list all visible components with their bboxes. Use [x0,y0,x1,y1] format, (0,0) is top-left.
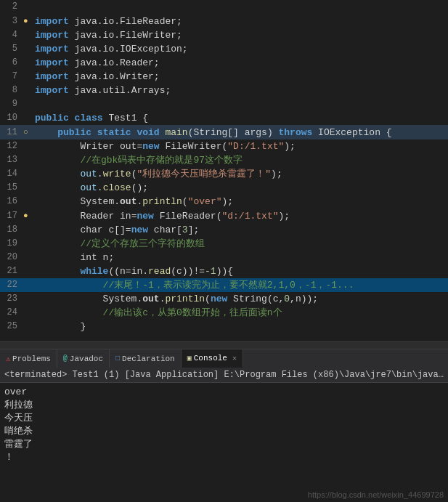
line-gutter: ○ [23,125,35,139]
code-line: 17● Reader in=new FileReader("d:/1.txt")… [0,209,448,223]
breakpoint-icon[interactable]: ○ [23,128,28,137]
console-area: <terminated> Test1 (1) [Java Application… [0,368,448,502]
line-number: 14 [0,167,23,181]
console-line: 利拉德 [4,399,444,412]
code-line: 23 System.out.println(new String(c,0,n))… [0,292,448,306]
line-content: //定义个存放三个字符的数组 [35,237,205,251]
line-number: 17 [0,209,23,223]
code-line: 14 out.write("利拉德今天压哨绝杀雷霆了！"); [0,167,448,181]
code-line: 5import java.io.IOException; [0,42,448,56]
code-line: 25 } [0,320,448,333]
code-line: 9 [0,97,448,111]
line-content: out.close(); [35,181,148,195]
code-line: 19 //定义个存放三个字符的数组 [0,237,448,251]
line-number: 13 [0,153,23,167]
line-content: //在gbk码表中存储的就是97这个数字 [35,153,243,167]
console-tab-close[interactable]: ✕ [232,354,237,363]
line-number: 12 [0,139,23,153]
line-content: import java.io.IOException; [35,42,188,56]
code-line: 3●import java.io.FileReader; [0,14,448,28]
line-number: 4 [0,28,23,42]
code-line: 7import java.io.Writer; [0,70,448,84]
code-line: 21 while((n=in.read(c))!=-1)){ [0,264,448,278]
line-content: while((n=in.read(c))!=-1)){ [35,264,233,278]
tab-declaration[interactable]: □Declaration [110,349,182,368]
javadoc-tab-icon: @ [63,355,68,363]
code-line: 12 Writer out=new FileWriter("D:/1.txt")… [0,139,448,153]
tab-console[interactable]: ▣Console✕ [182,349,243,368]
line-number: 2 [0,0,23,14]
line-number: 23 [0,292,23,306]
line-gutter: ● [23,14,35,28]
line-number: 21 [0,264,23,278]
code-line: 20 int n; [0,251,448,264]
line-content: } [35,320,86,333]
console-line: over [4,386,444,399]
line-number: 3 [0,15,23,28]
code-line: 15 out.close(); [0,181,448,195]
line-number: 24 [0,306,23,320]
tab-javadoc[interactable]: @Javadoc [57,349,110,368]
code-line: 11○ public static void main(String[] arg… [0,125,448,139]
console-header: <terminated> Test1 (1) [Java Application… [0,368,448,383]
code-lines: 23●import java.io.FileReader;4import jav… [0,0,448,341]
line-number: 18 [0,223,23,237]
line-content: out.write("利拉德今天压哨绝杀雷霆了！"); [35,167,282,181]
line-content: //末尾！-1，表示读完为止，要不然就2,1,0，-1，-1... [35,278,354,292]
line-content: import java.util.Arrays; [35,84,171,97]
code-line: 6import java.io.Reader; [0,56,448,70]
line-content: import java.io.Writer; [35,70,160,84]
console-tab-icon: ▣ [187,354,192,363]
line-number: 22 [0,278,23,292]
line-number: 11 [0,126,23,139]
console-line: 今天压 [4,412,444,425]
line-number: 8 [0,84,23,97]
code-line: 8import java.util.Arrays; [0,84,448,97]
console-output: over利拉德今天压哨绝杀雷霆了！ [0,383,448,502]
javadoc-tab-label: Javadoc [70,355,103,363]
line-number: 25 [0,320,23,333]
tab-bar: ⚠Problems@Javadoc□Declaration▣Console✕ [0,349,448,368]
breakpoint-icon[interactable]: ● [23,211,28,220]
line-content: Writer out=new FileWriter("D:/1.txt"); [35,139,296,153]
line-content: System.out.println("over"); [35,195,233,209]
code-line: 24 //输出该c，从第0数组开始，往后面读n个 [0,306,448,320]
declaration-tab-label: Declaration [122,355,175,363]
line-number: 9 [0,97,23,111]
code-line: 13 //在gbk码表中存储的就是97这个数字 [0,153,448,167]
line-number: 19 [0,237,23,251]
line-content: char c[]=new char[3]; [35,223,199,237]
line-content: import java.io.FileReader; [35,15,182,28]
line-number: 6 [0,56,23,70]
code-line: 4import java.io.FileWriter; [0,28,448,42]
problems-tab-icon: ⚠ [6,355,10,363]
line-number: 10 [0,111,23,125]
code-line: 18 char c[]=new char[3]; [0,223,448,237]
problems-tab-label: Problems [12,355,51,363]
horizontal-scrollbar[interactable] [0,341,448,349]
line-content: //输出该c，从第0数组开始，往后面读n个 [35,306,282,320]
line-content: public static void main(String[] args) t… [35,126,392,139]
line-gutter: ● [23,209,35,223]
line-content: System.out.println(new String(c,0,n)); [35,292,318,306]
line-content: import java.io.FileWriter; [35,28,182,42]
breakpoint-icon[interactable]: ● [23,17,28,25]
watermark: https://blog.csdn.net/weixin_44699728 [308,490,444,499]
line-content: import java.io.Reader; [35,56,160,70]
code-editor: 23●import java.io.FileReader;4import jav… [0,0,448,341]
code-line: 10public class Test1 { [0,111,448,125]
code-line: 16 System.out.println("over"); [0,195,448,209]
line-number: 5 [0,42,23,56]
line-number: 20 [0,251,23,264]
line-content: int n; [35,251,114,264]
console-tab-label: Console [194,354,227,363]
line-number: 7 [0,70,23,84]
line-content: public class Test1 { [35,111,148,125]
code-line: 2 [0,0,448,14]
declaration-tab-icon: □ [115,355,120,363]
console-line: 哨绝杀 [4,425,444,438]
line-number: 16 [0,195,23,209]
console-line: 雷霆了 [4,438,444,451]
tab-problems[interactable]: ⚠Problems [0,349,57,368]
console-line: ！ [4,451,444,464]
